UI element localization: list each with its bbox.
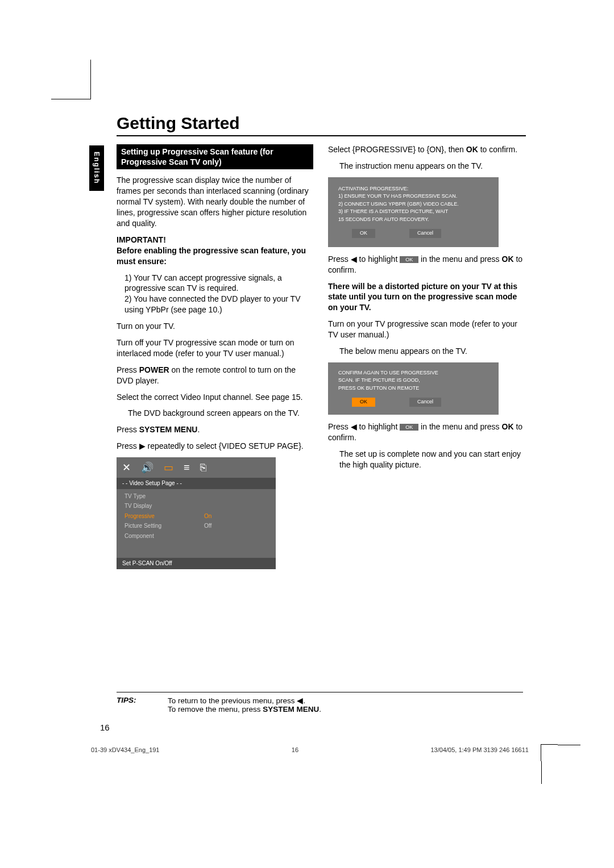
language-tab: English — [89, 145, 104, 191]
dialog-cancel-button: Cancel — [409, 398, 441, 407]
dialog-cancel-button: Cancel — [409, 229, 441, 238]
important-label: IMPORTANT! — [117, 235, 313, 245]
video-setup-menu: ✕ 🔊 ▭ ≡ ⎘ - - Video Setup Page - - TV Ty… — [117, 457, 276, 569]
tools-icon: ✕ — [122, 461, 131, 474]
left-arrow-icon: ◀ — [297, 696, 303, 705]
tv-icon: ▭ — [164, 461, 173, 474]
inline-ok-badge: OK — [400, 424, 418, 431]
menu-row-highlighted: ProgressiveOn — [117, 511, 276, 521]
menu-icon-row: ✕ 🔊 ▭ ≡ ⎘ — [117, 457, 276, 478]
tips-footer: TIPS: To return to the previous menu, pr… — [117, 692, 526, 713]
print-footer: 01-39 xDV434_Eng_191 16 13/04/05, 1:49 P… — [91, 746, 529, 753]
press-left-2: Press ◀ to highlight OK in the menu and … — [328, 422, 525, 443]
dialog-ok-button: OK — [352, 229, 375, 238]
setup-complete: The set up is complete now and you can s… — [331, 449, 525, 470]
page-content: English Getting Started Setting up Progr… — [94, 114, 526, 575]
section-header: Setting up Progressive Scan feature (for… — [117, 144, 313, 169]
before-text: Before enabling the progressive scan fea… — [117, 245, 313, 267]
crop-mark-tl — [74, 82, 91, 99]
turn-on-prog-mode: Turn on your TV progressive scan mode (r… — [328, 319, 525, 340]
right-arrow-icon: ▶ — [139, 441, 146, 450]
footer-datetime: 13/04/05, 1:49 PM 3139 246 16611 — [430, 746, 529, 753]
dialog-confirm: CONFIRM AGAIN TO USE PROGRESSIVE SCAN. I… — [328, 362, 499, 415]
speaker-icon: 🔊 — [141, 461, 154, 474]
dvd-background: The DVD background screen appears on the… — [120, 408, 313, 419]
page-number: 16 — [100, 723, 110, 732]
menu-footer: Set P-SCAN On/Off — [117, 558, 276, 569]
left-arrow-icon: ◀ — [351, 254, 357, 264]
menu-row: TV Display — [117, 501, 276, 511]
inline-ok-badge: OK — [400, 256, 418, 263]
select-progressive: Select {PROGRESSIVE} to {ON}, then OK to… — [328, 144, 525, 155]
turn-on-tv: Turn on your TV. — [117, 321, 313, 332]
title-rule — [117, 135, 526, 136]
list-item-1: 1) Your TV can accept progressive signal… — [117, 273, 313, 294]
right-column: Select {PROGRESSIVE} to {ON}, then OK to… — [328, 144, 525, 575]
instruction-menu-text: The instruction menu appears on the TV. — [331, 161, 525, 172]
page-title: Getting Started — [117, 114, 526, 133]
footer-filename: 01-39 xDV434_Eng_191 — [91, 746, 159, 753]
below-menu-text: The below menu appears on the TV. — [331, 346, 525, 357]
bars-icon: ≡ — [184, 461, 190, 474]
select-input: Select the correct Video Input channel. … — [117, 392, 313, 403]
press-system-menu: Press SYSTEM MENU. — [117, 424, 313, 435]
crop-mark-br — [541, 744, 558, 761]
dialog-activating: ACTIVATING PROGRESSIVE: 1) ENSURE YOUR T… — [328, 177, 499, 247]
intro-text: The progressive scan display twice the n… — [117, 175, 313, 228]
press-left-1: Press ◀ to highlight OK in the menu and … — [328, 254, 525, 276]
distorted-warning: There will be a distorted picture on you… — [328, 281, 525, 314]
left-column: Setting up Progressive Scan feature (for… — [117, 144, 313, 575]
menu-row: Picture SettingOff — [117, 521, 276, 531]
press-power: Press POWER on the remote control to tur… — [117, 365, 313, 386]
left-arrow-icon: ◀ — [351, 422, 357, 431]
press-right: Press ▶ repeatedly to select {VIDEO SETU… — [117, 441, 313, 452]
menu-header: - - Video Setup Page - - — [117, 478, 276, 489]
tips-label: TIPS: — [117, 696, 168, 713]
dialog-ok-button-hl: OK — [352, 398, 375, 407]
exit-icon: ⎘ — [200, 461, 206, 474]
menu-row: TV Type — [117, 491, 276, 502]
footer-page: 16 — [292, 746, 298, 753]
menu-row: Component — [117, 531, 276, 541]
turn-off-prog: Turn off your TV progressive scan mode o… — [117, 337, 313, 359]
list-item-2: 2) You have connected the DVD player to … — [117, 294, 313, 315]
